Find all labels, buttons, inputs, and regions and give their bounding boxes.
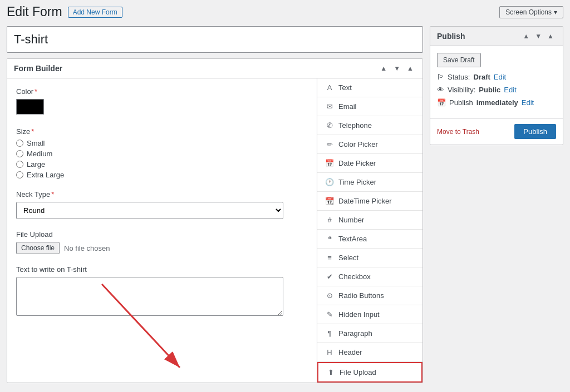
header-field-icon: H: [325, 348, 334, 356]
field-type-telephone[interactable]: ✆ Telephone: [317, 116, 422, 135]
field-type-color-picker[interactable]: ✏ Color Picker: [317, 135, 422, 154]
size-large-label: Large: [27, 160, 45, 168]
field-type-checkbox[interactable]: ✔ Checkbox: [317, 267, 422, 286]
field-type-text[interactable]: A Text: [317, 78, 422, 97]
field-type-email[interactable]: ✉ Email: [317, 97, 422, 116]
field-type-list: A Text ✉ Email ✆ Telephone ✏ Color Picke…: [317, 78, 422, 383]
panel-collapse-up-button[interactable]: ▲: [378, 63, 389, 73]
field-type-hidden-input[interactable]: ✎ Hidden Input: [317, 305, 422, 324]
publish-collapse-up-button[interactable]: ▲: [520, 31, 532, 41]
field-type-paragraph[interactable]: ¶ Paragraph: [317, 324, 422, 343]
status-icon: 🏳: [437, 73, 444, 81]
number-field-icon: #: [325, 216, 334, 224]
select-field-icon: ≡: [325, 254, 334, 262]
date-picker-field-icon: 📅: [325, 159, 334, 167]
publish-sidebar: Publish ▲ ▼ ▲ Save Draft 🏳 Status: Draft…: [430, 26, 563, 383]
field-type-file-upload-label: File Upload: [340, 368, 376, 376]
size-radio-group: Small Medium Large: [16, 139, 308, 179]
form-title-input[interactable]: [7, 26, 423, 53]
status-value: Draft: [473, 73, 490, 81]
size-medium-option[interactable]: Medium: [16, 150, 308, 158]
publish-toggle-button[interactable]: ▲: [545, 31, 556, 41]
file-upload-field-icon: ⬆: [326, 368, 335, 376]
publish-collapse-down-button[interactable]: ▼: [533, 31, 544, 41]
neck-type-select[interactable]: Round: [16, 202, 283, 219]
field-type-date-picker[interactable]: 📅 Date Picker: [317, 154, 422, 173]
field-type-date-picker-label: Date Picker: [338, 159, 376, 167]
screen-options-label: Screen Options: [505, 8, 552, 16]
field-type-paragraph-label: Paragraph: [338, 329, 372, 338]
field-type-textarea[interactable]: ❝ TextArea: [317, 230, 422, 249]
add-new-form-button[interactable]: Add New Form: [68, 7, 122, 18]
panel-collapse-down-button[interactable]: ▼: [391, 63, 402, 73]
publish-panel-header: Publish ▲ ▼ ▲: [430, 27, 563, 46]
text-tshirt-label: Text to write on T-shirt: [16, 265, 308, 274]
visibility-icon: 👁: [437, 86, 444, 94]
save-draft-button[interactable]: Save Draft: [437, 53, 481, 67]
field-type-header[interactable]: H Header: [317, 343, 422, 362]
size-large-option[interactable]: Large: [16, 160, 308, 168]
page-title: Edit Form: [7, 4, 62, 19]
radio-buttons-field-icon: ⊙: [325, 291, 334, 300]
size-label: Size*: [16, 127, 308, 136]
textarea-field-icon: ❝: [325, 235, 334, 243]
field-type-radio-buttons[interactable]: ⊙ Radio Buttons: [317, 286, 422, 305]
publish-body: Save Draft 🏳 Status: Draft Edit 👁 Visibi…: [430, 46, 563, 118]
size-extra-large-option[interactable]: Extra Large: [16, 171, 308, 179]
screen-options-button[interactable]: Screen Options ▾: [499, 6, 563, 18]
field-type-text-label: Text: [338, 83, 352, 92]
size-extra-large-label: Extra Large: [27, 171, 64, 179]
neck-type-field-group: Neck Type* Round: [16, 190, 308, 219]
file-upload-field-group: File Upload Choose file No file chosen: [16, 230, 308, 254]
field-type-checkbox-label: Checkbox: [338, 272, 371, 281]
field-type-telephone-label: Telephone: [338, 121, 372, 130]
size-field-group: Size* Small Medium: [16, 127, 308, 179]
size-small-radio[interactable]: [16, 140, 23, 147]
form-fields-area: Color* Size* Small: [7, 78, 317, 383]
publish-footer: Move to Trash Publish: [430, 118, 563, 145]
hidden-input-field-icon: ✎: [325, 310, 334, 319]
field-type-hidden-input-label: Hidden Input: [338, 310, 380, 319]
status-label: Status:: [448, 73, 470, 81]
publish-time-icon: 📅: [437, 98, 446, 107]
size-extra-large-radio[interactable]: [16, 171, 23, 178]
size-medium-radio[interactable]: [16, 150, 23, 157]
field-type-time-picker[interactable]: 🕐 Time Picker: [317, 173, 422, 192]
text-tshirt-textarea[interactable]: [16, 277, 283, 316]
publish-panel: Publish ▲ ▼ ▲ Save Draft 🏳 Status: Draft…: [430, 26, 563, 145]
field-type-datetime-picker[interactable]: 📆 DateTime Picker: [317, 192, 422, 211]
publish-time-edit-link[interactable]: Edit: [522, 98, 534, 107]
color-label: Color*: [16, 87, 308, 96]
visibility-edit-link[interactable]: Edit: [504, 86, 516, 94]
move-to-trash-link[interactable]: Move to Trash: [437, 128, 479, 136]
publish-visibility: 👁 Visibility: Public Edit: [437, 86, 556, 94]
field-type-number-label: Number: [338, 216, 364, 224]
publish-time: 📅 Publish immediately Edit: [437, 98, 556, 107]
file-upload-area: Choose file No file chosen: [16, 242, 308, 254]
text-tshirt-field-group: Text to write on T-shirt: [16, 265, 308, 317]
size-medium-label: Medium: [27, 150, 52, 158]
field-type-number[interactable]: # Number: [317, 211, 422, 230]
field-type-file-upload[interactable]: ⬆ File Upload: [317, 362, 422, 383]
required-star: *: [31, 127, 34, 136]
field-type-select[interactable]: ≡ Select: [317, 249, 422, 267]
size-small-option[interactable]: Small: [16, 139, 308, 147]
status-edit-link[interactable]: Edit: [494, 73, 506, 81]
field-type-datetime-picker-label: DateTime Picker: [338, 197, 392, 205]
file-upload-label: File Upload: [16, 230, 308, 239]
panel-controls: ▲ ▼ ▲: [378, 63, 416, 73]
size-large-radio[interactable]: [16, 161, 23, 168]
publish-time-label: Publish: [449, 98, 473, 107]
field-type-time-picker-label: Time Picker: [338, 178, 376, 186]
publish-header-controls: ▲ ▼ ▲: [520, 31, 556, 41]
publish-button[interactable]: Publish: [514, 124, 556, 139]
choose-file-button[interactable]: Choose file: [16, 242, 60, 254]
panel-toggle-button[interactable]: ▲: [405, 63, 416, 73]
required-star: *: [35, 87, 37, 96]
field-type-radio-buttons-label: Radio Buttons: [338, 291, 384, 300]
color-picker-preview[interactable]: [16, 99, 44, 115]
field-type-email-label: Email: [338, 102, 357, 111]
email-field-icon: ✉: [325, 102, 334, 111]
form-builder-title: Form Builder: [14, 64, 62, 73]
color-field-group: Color*: [16, 87, 308, 116]
